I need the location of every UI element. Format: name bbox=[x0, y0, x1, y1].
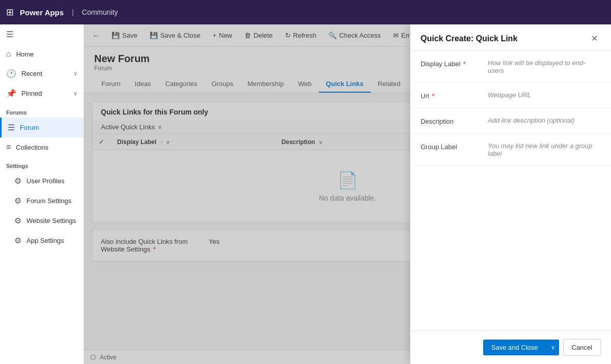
recent-chevron: ∨ bbox=[73, 70, 77, 77]
grid-icon[interactable]: ⊞ bbox=[6, 7, 14, 18]
panel-header: Quick Create: Quick Link ✕ bbox=[410, 24, 611, 51]
panel-body: Display Label * How link will be display… bbox=[410, 51, 611, 330]
field-value-url[interactable]: Webpage URL bbox=[488, 91, 601, 99]
sidebar-item-forum-settings[interactable]: ⚙ Forum Settings bbox=[0, 191, 84, 211]
sidebar-item-forum[interactable]: ☰ Forum bbox=[0, 118, 84, 137]
sidebar-recent-label: Recent bbox=[21, 70, 42, 77]
pinned-chevron: ∨ bbox=[73, 90, 77, 97]
save-and-close-group: Save and Close ∨ bbox=[483, 340, 559, 355]
sidebar-pinned-label: Pinned bbox=[21, 90, 42, 97]
required-star-url: * bbox=[432, 92, 434, 100]
collections-icon: ≡ bbox=[6, 143, 11, 152]
sidebar-home-label: Home bbox=[16, 50, 34, 58]
panel-dim bbox=[84, 24, 410, 364]
sidebar-item-app-settings[interactable]: ⚙ App Settings bbox=[0, 231, 84, 250]
user-profiles-icon: ⚙ bbox=[14, 176, 21, 186]
website-settings-icon: ⚙ bbox=[14, 216, 21, 226]
settings-section-label: Settings bbox=[0, 157, 84, 171]
cancel-button[interactable]: Cancel bbox=[563, 339, 601, 356]
panel-title: Quick Create: Quick Link bbox=[421, 34, 517, 43]
field-label-group-label: Group Label bbox=[421, 142, 482, 151]
environment-label: Community bbox=[82, 8, 118, 16]
sidebar-item-user-profiles[interactable]: ⚙ User Profiles bbox=[0, 171, 84, 191]
sidebar-forum-label: Forum bbox=[20, 124, 39, 131]
save-and-close-chevron[interactable]: ∨ bbox=[546, 340, 559, 355]
required-star-display: * bbox=[463, 60, 466, 68]
home-icon: ⌂ bbox=[6, 49, 11, 59]
pinned-icon: 📌 bbox=[6, 89, 16, 98]
sidebar-collections-label: Collections bbox=[16, 144, 48, 151]
sidebar-item-recent[interactable]: 🕐 Recent ∨ bbox=[0, 64, 84, 83]
app-settings-icon: ⚙ bbox=[14, 236, 21, 245]
field-label-display-label: Display Label * bbox=[421, 59, 482, 68]
forums-section-label: Forums bbox=[0, 103, 84, 118]
app-name: Power Apps bbox=[20, 8, 64, 17]
topbar: ⊞ Power Apps | Community bbox=[0, 0, 611, 24]
panel-field-display-label: Display Label * How link will be display… bbox=[410, 51, 611, 83]
main-content: ← 💾 Save 💾 Save & Close + New 🗑 Delete ↻… bbox=[84, 24, 611, 364]
field-label-description: Description bbox=[421, 117, 482, 125]
sidebar-forum-settings-label: Forum Settings bbox=[26, 197, 71, 205]
hamburger-menu[interactable]: ☰ bbox=[0, 24, 84, 44]
menu-icon: ☰ bbox=[6, 30, 13, 39]
sidebar-item-website-settings[interactable]: ⚙ Website Settings bbox=[0, 211, 84, 231]
save-and-close-button[interactable]: Save and Close bbox=[483, 340, 546, 355]
quick-create-panel: Quick Create: Quick Link ✕ Display Label… bbox=[410, 24, 611, 364]
field-value-group-label[interactable]: You may list new link under a group labe… bbox=[488, 142, 601, 157]
forum-settings-icon: ⚙ bbox=[14, 196, 21, 206]
sidebar-app-settings-label: App Settings bbox=[26, 237, 64, 244]
field-value-description[interactable]: Add link description (optional) bbox=[488, 117, 601, 124]
sidebar-item-pinned[interactable]: 📌 Pinned ∨ bbox=[0, 83, 84, 103]
recent-icon: 🕐 bbox=[6, 69, 16, 78]
sidebar-website-settings-label: Website Settings bbox=[26, 217, 76, 225]
panel-field-description: Description Add link description (option… bbox=[410, 108, 611, 134]
forum-icon: ☰ bbox=[8, 123, 15, 132]
sidebar-user-profiles-label: User Profiles bbox=[26, 177, 64, 185]
sidebar-item-home[interactable]: ⌂ Home bbox=[0, 44, 84, 64]
panel-field-group-label: Group Label You may list new link under … bbox=[410, 134, 611, 166]
main-layout: ☰ ⌂ Home 🕐 Recent ∨ 📌 Pinned ∨ Forums ☰ … bbox=[0, 24, 611, 364]
panel-field-url: Url * Webpage URL bbox=[410, 83, 611, 108]
field-value-display-label[interactable]: How link will be displayed to end-users bbox=[488, 59, 601, 74]
field-label-url: Url * bbox=[421, 91, 482, 100]
panel-close-button[interactable]: ✕ bbox=[588, 33, 601, 44]
sidebar-item-collections[interactable]: ≡ Collections bbox=[0, 137, 84, 157]
sidebar: ☰ ⌂ Home 🕐 Recent ∨ 📌 Pinned ∨ Forums ☰ … bbox=[0, 24, 84, 364]
panel-footer: Save and Close ∨ Cancel bbox=[410, 330, 611, 364]
